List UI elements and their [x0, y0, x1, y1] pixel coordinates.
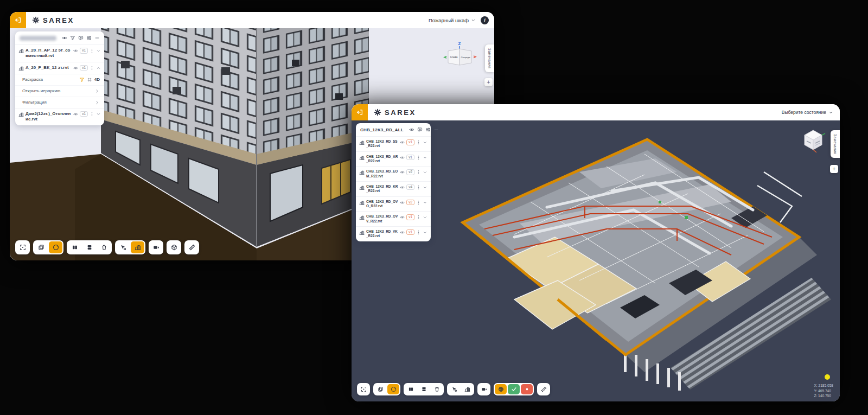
version-badge[interactable]: v1 — [406, 229, 414, 235]
exit-button[interactable] — [352, 104, 368, 120]
chevron-down-icon[interactable] — [423, 155, 427, 160]
chevron-down-icon[interactable] — [423, 170, 427, 175]
eye-icon[interactable] — [73, 112, 78, 117]
kebab-menu-icon[interactable] — [90, 66, 94, 71]
version-badge[interactable]: v1 — [406, 214, 414, 220]
eye-icon[interactable] — [73, 48, 78, 53]
chevron-down-icon[interactable] — [423, 215, 427, 220]
confirm-button[interactable] — [508, 384, 520, 394]
comment-add-icon[interactable] — [78, 35, 84, 41]
orbit-3d-button[interactable] — [387, 384, 399, 394]
camera-button[interactable] — [477, 383, 490, 395]
model-row[interactable]: CHB_12K3_RD_AR_R22.rvt v1 — [356, 151, 431, 167]
measure-button[interactable] — [184, 240, 199, 254]
model-icon — [18, 48, 24, 54]
view-2d-button[interactable] — [34, 241, 48, 253]
model-row[interactable]: CHB_12K3_RD_EOM_R22.rvt v2 — [356, 166, 431, 181]
sliders-icon[interactable] — [425, 127, 431, 132]
collapse-icon[interactable] — [94, 35, 100, 41]
select-model-button[interactable] — [131, 241, 144, 253]
eye-icon[interactable] — [400, 185, 405, 190]
state-selector[interactable]: Пожарный шкаф — [429, 17, 476, 23]
notes-tab[interactable]: Замечания — [485, 44, 494, 72]
eye-icon[interactable] — [400, 140, 405, 145]
exit-button[interactable] — [10, 12, 26, 28]
add-note-button[interactable]: + — [484, 78, 493, 86]
eye-icon[interactable] — [400, 170, 405, 175]
version-badge[interactable]: v4 — [406, 184, 414, 190]
menu-item-coloring[interactable]: Раскраска 4D — [15, 74, 104, 85]
notes-tab[interactable]: Замечания — [831, 130, 840, 158]
chevron-up-icon[interactable] — [96, 66, 101, 71]
kebab-menu-icon[interactable] — [416, 230, 421, 235]
chevron-down-icon[interactable] — [423, 230, 427, 235]
section-cube-button[interactable] — [167, 240, 181, 254]
fit-view-button[interactable] — [357, 383, 370, 395]
funnel-icon[interactable] — [70, 35, 75, 41]
version-badge[interactable]: v1 — [406, 155, 414, 161]
kebab-menu-icon[interactable] — [416, 200, 421, 205]
view-2d-button[interactable] — [374, 384, 386, 394]
kebab-menu-icon[interactable] — [416, 185, 421, 190]
chevron-down-icon[interactable] — [423, 140, 427, 145]
eye-icon[interactable] — [400, 200, 405, 205]
select-model-button[interactable] — [461, 384, 473, 394]
split-horizontal-button[interactable] — [418, 384, 430, 394]
kebab-menu-icon[interactable] — [416, 140, 421, 145]
view-cube[interactable]: Z Слева Спереди — [443, 40, 479, 74]
menu-item-filtering[interactable]: Фильтрация — [15, 97, 104, 108]
version-badge[interactable]: v1 — [80, 48, 88, 54]
version-badge[interactable]: v2 — [406, 169, 414, 175]
kebab-menu-icon[interactable] — [90, 112, 94, 117]
eye-icon[interactable] — [400, 155, 405, 160]
menu-item-open-hierarchy[interactable]: Открыть иерархию — [15, 85, 104, 97]
eye-icon[interactable] — [73, 66, 78, 71]
model-row[interactable]: А_20_Р_ВК_12 эт.rvt v1 — [15, 62, 104, 74]
select-element-button[interactable] — [448, 384, 460, 394]
walkthrough-button[interactable] — [495, 384, 507, 394]
version-badge[interactable]: v1 — [406, 139, 414, 145]
chevron-down-icon[interactable] — [96, 112, 101, 117]
split-vertical-button[interactable] — [405, 384, 417, 394]
model-row[interactable]: CHB_12K3_RD_KR_R22.rvt v4 — [356, 181, 431, 196]
version-badge[interactable]: v1 — [80, 111, 88, 117]
model-row[interactable]: CHB_12K3_RD_SS_R22.rvt v1 — [356, 136, 431, 151]
camera-button[interactable] — [149, 240, 163, 254]
measure-button[interactable] — [537, 383, 550, 395]
eye-icon[interactable] — [400, 230, 405, 235]
chevron-down-icon[interactable] — [96, 48, 101, 53]
split-horizontal-button[interactable] — [82, 241, 96, 253]
split-vertical-button[interactable] — [68, 241, 81, 253]
orbit-3d-button[interactable] — [49, 241, 62, 253]
version-badge[interactable]: v2 — [406, 200, 414, 206]
kebab-menu-icon[interactable] — [416, 170, 421, 175]
model-row[interactable]: CHB_12K3_RD_VK_R22.rvt v1 — [356, 226, 431, 241]
selection-group — [447, 383, 474, 395]
chevron-down-icon[interactable] — [423, 185, 427, 190]
view-cube[interactable] — [801, 128, 826, 155]
record-stop-button[interactable] — [521, 384, 533, 394]
model-row[interactable]: А_20_П_АР_12 эт_совместный.rvt v1 — [15, 44, 104, 62]
delete-button[interactable] — [97, 241, 111, 253]
kebab-menu-icon[interactable] — [416, 215, 421, 220]
select-element-button[interactable] — [116, 241, 130, 253]
state-selector[interactable]: Выберите состояние — [782, 110, 833, 115]
eye-icon[interactable] — [400, 215, 405, 220]
model-row[interactable]: CHB_12K3_RD_OVV_R22.rvt v1 — [356, 211, 431, 226]
comment-add-icon[interactable] — [417, 127, 423, 132]
delete-button[interactable] — [431, 384, 443, 394]
eye-icon[interactable] — [62, 35, 67, 41]
kebab-menu-icon[interactable] — [90, 48, 94, 53]
version-badge[interactable]: v1 — [80, 65, 88, 71]
model-row[interactable]: Дом2(12эт.)_Отопление.rvt v1 — [15, 108, 104, 125]
viewport-3d-interior[interactable]: CHB_12K3_RD_ALL CHB_12K3_RD_SS_R22.rvt v… — [352, 120, 840, 401]
kebab-menu-icon[interactable] — [416, 155, 421, 160]
add-note-button[interactable]: + — [830, 165, 838, 173]
sliders-icon[interactable] — [86, 35, 92, 41]
fit-view-button[interactable] — [15, 240, 30, 254]
chevron-down-icon[interactable] — [423, 200, 427, 205]
eye-icon[interactable] — [409, 127, 414, 132]
info-icon[interactable]: i — [481, 16, 489, 24]
collapse-icon[interactable] — [433, 127, 439, 132]
model-row[interactable]: CHB_12K3_RD_OVO_R22.rvt v2 — [356, 196, 431, 212]
